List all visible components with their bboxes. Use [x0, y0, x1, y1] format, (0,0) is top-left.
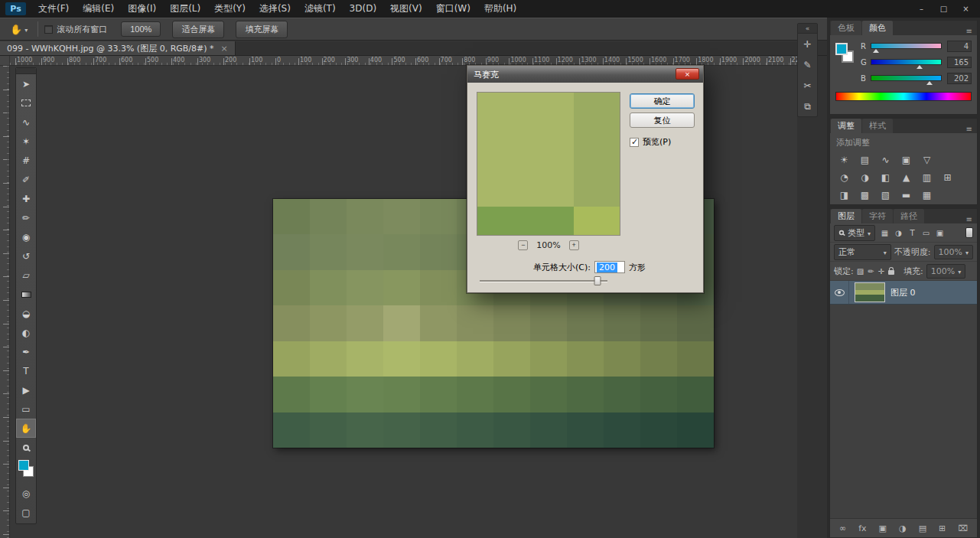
foreground-color-swatch[interactable] [835, 43, 848, 55]
spot-healing-brush-tool[interactable]: ✚ [16, 189, 36, 208]
pen-tool[interactable]: ✒ [16, 342, 36, 361]
slider-track[interactable] [480, 280, 607, 282]
channel-slider-thumb[interactable] [873, 49, 879, 53]
hand-tool[interactable]: ✋ [16, 419, 36, 438]
zoom-out-button[interactable]: − [518, 240, 528, 250]
channel-value[interactable]: 4 [947, 41, 972, 52]
document-tab[interactable]: 099 - WWhKQHH.jpg @ 33.3% (图层 0, RGB/8#)… [0, 41, 236, 55]
tab-color[interactable]: 颜色 [862, 21, 893, 35]
cell-size-input[interactable]: 200 [594, 261, 625, 273]
layer-thumbnail[interactable] [855, 282, 885, 302]
slider-thumb[interactable] [594, 276, 601, 285]
type-tool[interactable]: T [16, 361, 36, 380]
menu-item-9[interactable]: 视图(V) [383, 0, 429, 18]
tab-paths[interactable]: 路径 [894, 209, 924, 223]
menu-item-8[interactable]: 3D(D) [343, 0, 383, 18]
brush-tool[interactable]: ✏ [16, 208, 36, 227]
adj-vibrance-icon[interactable]: ▽ [917, 152, 937, 168]
menu-item-1[interactable]: 文件(F) [31, 0, 76, 18]
quick-mask-icon[interactable]: ◎ [16, 484, 36, 503]
visibility-toggle[interactable] [830, 281, 849, 304]
tool-panel-header[interactable] [16, 68, 36, 74]
screen-mode-icon[interactable]: ▢ [16, 503, 36, 522]
menu-item-11[interactable]: 帮助(H) [477, 0, 523, 18]
fill-screen-button[interactable]: 填充屏幕 [236, 21, 288, 38]
filter-adjustment-layers-icon[interactable]: ◑ [892, 227, 905, 240]
adj-selective-color-icon[interactable]: ▦ [917, 187, 937, 203]
docked-panel-2-icon[interactable]: ✎ [798, 54, 817, 75]
filter-toggle-icon[interactable] [965, 227, 973, 238]
crop-tool[interactable]: # [16, 151, 36, 170]
fit-screen-button[interactable]: 适合屏幕 [172, 21, 224, 38]
filter-preview[interactable] [477, 92, 620, 236]
adj-brightness-contrast-icon[interactable]: ☀ [834, 152, 855, 168]
channel-slider-thumb[interactable] [926, 81, 933, 85]
channel-slider[interactable] [871, 59, 942, 65]
adj-posterize-icon[interactable]: ▩ [855, 187, 875, 203]
menu-item-7[interactable]: 滤镜(T) [298, 0, 343, 18]
tab-character[interactable]: 字符 [862, 209, 893, 223]
lasso-tool[interactable]: ∿ [16, 112, 36, 132]
menu-item-6[interactable]: 选择(S) [252, 0, 298, 18]
cell-size-slider[interactable] [480, 276, 607, 286]
close-button[interactable]: × [955, 5, 977, 13]
adj-photo-filter-icon[interactable]: ▲ [896, 169, 917, 185]
foreground-color-swatch[interactable] [18, 460, 29, 471]
adj-channel-mixer-icon[interactable]: ▥ [917, 169, 937, 185]
lock-all-icon[interactable] [888, 267, 894, 275]
menu-item-3[interactable]: 图像(I) [121, 0, 163, 18]
adj-hue-saturation-icon[interactable]: ◔ [834, 169, 855, 185]
eraser-tool[interactable]: ▱ [16, 266, 36, 285]
layer-style-icon[interactable]: fx [858, 523, 866, 533]
menu-item-5[interactable]: 类型(Y) [207, 0, 252, 18]
channel-value[interactable]: 202 [947, 73, 972, 84]
adj-threshold-icon[interactable]: ▧ [875, 187, 896, 203]
filter-smart-objects-icon[interactable]: ▣ [933, 227, 946, 240]
expand-panels-icon[interactable]: « [798, 24, 817, 34]
docked-panel-4-icon[interactable]: ⧉ [798, 96, 817, 116]
docked-panel-3-icon[interactable]: ✂ [798, 75, 817, 96]
lock-paint-icon[interactable]: ✏ [868, 267, 874, 276]
path-selection-tool[interactable]: ▶ [16, 380, 36, 399]
filter-pixel-layers-icon[interactable]: ▦ [878, 227, 891, 240]
panel-menu-icon[interactable] [962, 27, 977, 35]
gradient-tool[interactable] [16, 285, 36, 304]
scroll-all-windows-checkbox[interactable]: 滚动所有窗口 [44, 24, 107, 35]
history-brush-tool[interactable]: ↺ [16, 246, 36, 266]
rectangular-marquee-tool[interactable] [16, 93, 36, 112]
lock-move-icon[interactable]: ✛ [878, 267, 884, 276]
adj-curves-icon[interactable]: ∿ [875, 152, 896, 168]
dialog-title-bar[interactable]: 马赛克 × [467, 66, 703, 83]
maximize-button[interactable]: □ [933, 5, 955, 13]
zoom-tool[interactable] [16, 438, 36, 457]
rectangle-tool[interactable]: ▭ [16, 399, 36, 419]
adj-gradient-map-icon[interactable]: ▬ [896, 187, 917, 203]
menu-item-10[interactable]: 窗口(W) [429, 0, 477, 18]
tab-swatches[interactable]: 色板 [831, 21, 861, 35]
panel-menu-icon[interactable] [962, 215, 977, 223]
channel-slider[interactable] [871, 43, 942, 49]
blur-tool[interactable]: ◒ [16, 304, 36, 323]
zoom-100-button[interactable]: 100% [121, 21, 161, 37]
minimize-button[interactable]: – [910, 5, 933, 13]
adj-black-white-icon[interactable]: ◧ [875, 169, 896, 185]
vertical-ruler[interactable] [0, 66, 10, 538]
adj-color-balance-icon[interactable]: ◑ [855, 169, 875, 185]
lock-transparent-icon[interactable]: ▨ [857, 267, 864, 276]
tab-styles[interactable]: 样式 [862, 119, 893, 133]
menu-item-2[interactable]: 编辑(E) [76, 0, 121, 18]
move-tool[interactable]: ➤ [16, 74, 36, 93]
eyedropper-tool[interactable]: ✐ [16, 170, 36, 189]
ok-button[interactable]: 确定 [630, 93, 695, 109]
blend-mode-dropdown[interactable]: 正常 [834, 244, 891, 260]
clone-stamp-tool[interactable]: ◉ [16, 227, 36, 246]
magic-wand-tool[interactable]: ✶ [16, 132, 36, 151]
adj-levels-icon[interactable]: ▤ [855, 152, 875, 168]
color-spectrum-bar[interactable] [835, 92, 972, 101]
channel-slider[interactable] [871, 75, 942, 81]
preview-checkbox[interactable]: 预览(P) [630, 136, 671, 148]
dialog-close-button[interactable]: × [676, 68, 699, 80]
menu-item-4[interactable]: 图层(L) [163, 0, 207, 18]
layer-filter-type-dropdown[interactable]: 类型 [834, 225, 875, 241]
layer-row[interactable]: 图层 0 [830, 281, 977, 305]
